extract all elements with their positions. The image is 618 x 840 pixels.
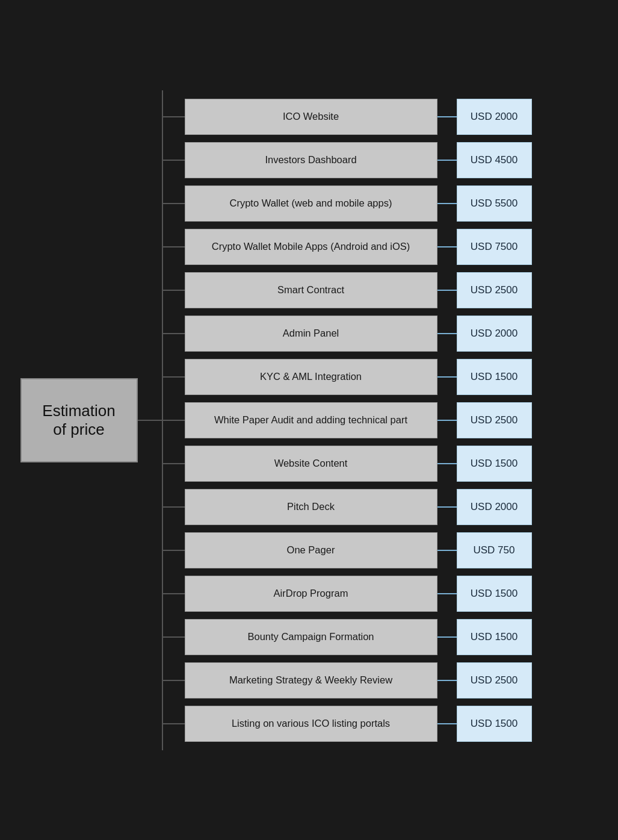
service-label-smart-contract: Smart Contract (185, 272, 437, 308)
price-box-marketing-strategy: USD 2500 (457, 662, 532, 698)
price-connector-listing-ico (437, 723, 457, 724)
h-connector-bounty-campaign (163, 636, 185, 638)
h-connector-smart-contract (163, 290, 185, 291)
root-section: Estimationof price (20, 90, 162, 750)
service-label-one-pager: One Pager (185, 532, 437, 568)
service-label-ico-website: ICO Website (185, 99, 437, 135)
h-connector-one-pager (163, 550, 185, 551)
price-connector-white-paper-audit (437, 420, 457, 421)
h-connector-admin-panel (163, 333, 185, 334)
price-connector-crypto-wallet-mobile (437, 246, 457, 247)
h-connector-ico-website (163, 116, 185, 117)
all-rows: ICO WebsiteUSD 2000Investors DashboardUS… (163, 90, 598, 750)
h-connector-kyc-aml (163, 376, 185, 378)
price-box-investors-dashboard: USD 4500 (457, 142, 532, 178)
price-connector-one-pager (437, 550, 457, 551)
price-connector-smart-contract (437, 290, 457, 291)
row-website-content: Website ContentUSD 1500 (163, 442, 598, 485)
row-kyc-aml: KYC & AML IntegrationUSD 1500 (163, 355, 598, 399)
row-pitch-deck: Pitch DeckUSD 2000 (163, 485, 598, 529)
price-connector-marketing-strategy (437, 680, 457, 681)
price-box-admin-panel: USD 2000 (457, 316, 532, 352)
row-white-paper-audit: White Paper Audit and adding technical p… (163, 399, 598, 442)
price-connector-admin-panel (437, 333, 457, 334)
row-listing-ico: Listing on various ICO listing portalsUS… (163, 702, 598, 745)
price-connector-investors-dashboard (437, 160, 457, 161)
diagram-container: Estimationof price ICO WebsiteUSD 2000In… (20, 90, 598, 750)
price-connector-bounty-campaign (437, 636, 457, 638)
price-box-one-pager: USD 750 (457, 532, 532, 568)
service-label-crypto-wallet-web-mobile: Crypto Wallet (web and mobile apps) (185, 185, 437, 222)
price-box-crypto-wallet-web-mobile: USD 5500 (457, 185, 532, 222)
h-connector-pitch-deck (163, 506, 185, 508)
h-connector-crypto-wallet-web-mobile (163, 203, 185, 204)
price-connector-airdrop-program (437, 593, 457, 594)
service-label-kyc-aml: KYC & AML Integration (185, 359, 437, 395)
h-connector-white-paper-audit (163, 420, 185, 421)
row-smart-contract: Smart ContractUSD 2500 (163, 269, 598, 312)
service-label-bounty-campaign: Bounty Campaign Formation (185, 619, 437, 655)
price-connector-crypto-wallet-web-mobile (437, 203, 457, 204)
price-box-pitch-deck: USD 2000 (457, 489, 532, 525)
price-box-white-paper-audit: USD 2500 (457, 402, 532, 438)
row-ico-website: ICO WebsiteUSD 2000 (163, 95, 598, 138)
price-box-smart-contract: USD 2500 (457, 272, 532, 308)
service-label-crypto-wallet-mobile: Crypto Wallet Mobile Apps (Android and i… (185, 229, 437, 265)
h-connector-marketing-strategy (163, 680, 185, 681)
row-investors-dashboard: Investors DashboardUSD 4500 (163, 138, 598, 182)
h-connector-listing-ico (163, 723, 185, 724)
price-connector-website-content (437, 463, 457, 464)
price-connector-ico-website (437, 116, 457, 117)
row-one-pager: One PagerUSD 750 (163, 529, 598, 572)
root-label: Estimationof price (20, 378, 138, 462)
price-box-crypto-wallet-mobile: USD 7500 (457, 229, 532, 265)
service-label-investors-dashboard: Investors Dashboard (185, 142, 437, 178)
h-connector-website-content (163, 463, 185, 464)
row-crypto-wallet-mobile: Crypto Wallet Mobile Apps (Android and i… (163, 225, 598, 269)
service-label-white-paper-audit: White Paper Audit and adding technical p… (185, 402, 437, 438)
price-connector-pitch-deck (437, 506, 457, 508)
row-admin-panel: Admin PanelUSD 2000 (163, 312, 598, 355)
row-crypto-wallet-web-mobile: Crypto Wallet (web and mobile apps)USD 5… (163, 182, 598, 225)
service-label-marketing-strategy: Marketing Strategy & Weekly Review (185, 662, 437, 698)
h-connector-crypto-wallet-mobile (163, 246, 185, 247)
row-marketing-strategy: Marketing Strategy & Weekly ReviewUSD 25… (163, 659, 598, 702)
price-box-bounty-campaign: USD 1500 (457, 619, 532, 655)
price-box-listing-ico: USD 1500 (457, 706, 532, 742)
row-bounty-campaign: Bounty Campaign FormationUSD 1500 (163, 615, 598, 659)
spine-and-rows: ICO WebsiteUSD 2000Investors DashboardUS… (162, 90, 598, 750)
service-label-pitch-deck: Pitch Deck (185, 489, 437, 525)
service-label-airdrop-program: AirDrop Program (185, 576, 437, 612)
service-label-website-content: Website Content (185, 446, 437, 482)
root-h-connector (138, 420, 162, 421)
row-airdrop-program: AirDrop ProgramUSD 1500 (163, 572, 598, 615)
price-connector-kyc-aml (437, 376, 457, 378)
price-box-website-content: USD 1500 (457, 446, 532, 482)
price-box-kyc-aml: USD 1500 (457, 359, 532, 395)
h-connector-airdrop-program (163, 593, 185, 594)
service-label-admin-panel: Admin Panel (185, 316, 437, 352)
service-label-listing-ico: Listing on various ICO listing portals (185, 706, 437, 742)
price-box-airdrop-program: USD 1500 (457, 576, 532, 612)
price-box-ico-website: USD 2000 (457, 99, 532, 135)
h-connector-investors-dashboard (163, 160, 185, 161)
